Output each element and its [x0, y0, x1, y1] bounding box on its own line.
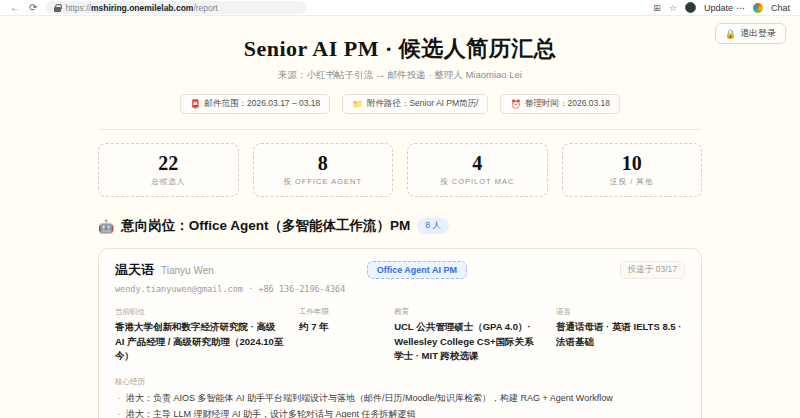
stat-label: 投 COPILOT MAC [412, 177, 543, 187]
address-bar[interactable]: https://mshiring.onemilelab.com/report [46, 1, 306, 14]
section-title: 意向岗位：Office Agent（多智能体工作流）PM [121, 217, 410, 235]
back-icon[interactable]: ← [10, 3, 20, 13]
field-value: 香港大学创新和数字经济研究院 · 高级 AI 产品经理 / 高级研究助理（202… [115, 320, 284, 364]
report-page: 🔒 退出登录 Senior AI PM · 候选人简历汇总 来源：小红书帖子引流… [0, 16, 800, 418]
meta-badges-row: 📮 邮件范围：2026.03.17 – 03.18 📁 附件路径：Senior … [98, 94, 702, 114]
copilot-icon[interactable] [753, 3, 763, 13]
stat-value: 8 [258, 152, 389, 174]
stat-card-copilot-mac: 4 投 COPILOT MAC [407, 143, 548, 197]
update-button[interactable]: Update⋯ [704, 3, 745, 13]
stat-value: 10 [567, 152, 698, 174]
candidate-contact: wendy.tianyuwen@gmail.com · +86 136-2196… [115, 284, 685, 294]
alarm-clock-icon: ⏰ [510, 99, 521, 109]
stat-value: 4 [412, 152, 543, 174]
lock-emoji-icon: 🔒 [725, 29, 736, 39]
stat-label: 泛投 / 其他 [567, 177, 698, 187]
field-label: 当前职位 [115, 307, 284, 317]
experience-item: 港大：主导 LLM 理财经理 AI 助手，设计多轮对话与 Agent 任务拆解逻… [115, 408, 685, 418]
field-label: 教育 [394, 307, 541, 317]
meta-badge-mail-range: 📮 邮件范围：2026.03.17 – 03.18 [180, 94, 330, 114]
stat-card-office-agent: 8 投 OFFICE AGENT [253, 143, 394, 197]
profile-avatar[interactable] [685, 2, 696, 13]
field-value: 约 7 年 [299, 320, 379, 335]
logout-label: 退出登录 [740, 27, 776, 40]
field-value: 普通话母语 · 英语 IELTS 8.5 · 法语基础 [556, 320, 685, 349]
section-heading-office-agent: 🤖 意向岗位：Office Agent（多智能体工作流）PM 8 人 [98, 217, 702, 235]
meta-badge-label: 邮件范围：2026.03.17 – 03.18 [205, 98, 321, 110]
page-subtitle: 来源：小红书帖子引流 → 邮件投递 · 整理人 Miaomiao Lei [98, 69, 702, 82]
section-count-badge: 8 人 [417, 218, 449, 234]
meta-badge-attachment-path: 📁 附件路径：Senior AI PM简历/ [342, 94, 488, 114]
mailbox-icon: 📮 [190, 99, 201, 109]
folder-icon: 📁 [352, 99, 363, 109]
stat-card-total-candidates: 22 总候选人 [98, 143, 239, 197]
field-years: 工作年限 约 7 年 [299, 307, 379, 364]
candidate-name-en: Tianyu Wen [161, 265, 214, 276]
field-current-position: 当前职位 香港大学创新和数字经济研究院 · 高级 AI 产品经理 / 高级研究助… [115, 307, 284, 364]
field-education: 教育 UCL 公共管理硕士（GPA 4.0）· Wellesley Colleg… [394, 307, 541, 364]
stat-value: 22 [103, 152, 234, 174]
page-title: Senior AI PM · 候选人简历汇总 [98, 34, 702, 64]
candidate-fields: 当前职位 香港大学创新和数字经济研究院 · 高级 AI 产品经理 / 高级研究助… [115, 307, 685, 364]
experience-label: 核心经历 [115, 377, 685, 387]
field-label: 语言 [556, 307, 685, 317]
experience-list: 港大：负责 AIOS 多智能体 AI 助手平台端到端设计与落地（邮件/日历/Mo… [115, 392, 685, 418]
bookmark-star-icon[interactable]: ☆ [669, 3, 677, 13]
field-value: UCL 公共管理硕士（GPA 4.0）· Wellesley College C… [394, 320, 541, 364]
field-language: 语言 普通话母语 · 英语 IELTS 8.5 · 法语基础 [556, 307, 685, 364]
lock-icon [54, 4, 61, 12]
meta-badge-label: 整理时间：2026.03.18 [525, 98, 610, 110]
candidate-role-badge: Office Agent AI PM [367, 261, 467, 279]
candidate-card: 温天语 Tianyu Wen Office Agent AI PM 投递于 03… [98, 248, 702, 418]
more-icon: ⋯ [736, 3, 745, 13]
divider [98, 129, 702, 130]
meta-badge-organize-time: ⏰ 整理时间：2026.03.18 [500, 94, 620, 114]
url-text: https://mshiring.onemilelab.com/report [65, 3, 218, 13]
reload-icon[interactable]: ⟳ [29, 3, 37, 13]
meta-badge-label: 附件路径：Senior AI PM简历/ [367, 98, 478, 110]
stat-label: 总候选人 [103, 177, 234, 187]
browser-toolbar: ← ⟳ https://mshiring.onemilelab.com/repo… [0, 0, 800, 16]
logout-button[interactable]: 🔒 退出登录 [715, 23, 786, 44]
experience-item: 港大：负责 AIOS 多智能体 AI 助手平台端到端设计与落地（邮件/日历/Mo… [115, 392, 685, 406]
chat-button[interactable]: Chat [771, 3, 790, 13]
extensions-icon[interactable]: ⊞ [653, 3, 661, 13]
candidate-applied-badge: 投递于 03/17 [620, 261, 685, 279]
field-label: 工作年限 [299, 307, 379, 317]
stat-card-other: 10 泛投 / 其他 [562, 143, 703, 197]
robot-icon: 🤖 [98, 219, 114, 234]
stat-label: 投 OFFICE AGENT [258, 177, 389, 187]
candidate-name-cn: 温天语 [115, 261, 154, 279]
stats-row: 22 总候选人 8 投 OFFICE AGENT 4 投 COPILOT MAC… [98, 143, 702, 197]
